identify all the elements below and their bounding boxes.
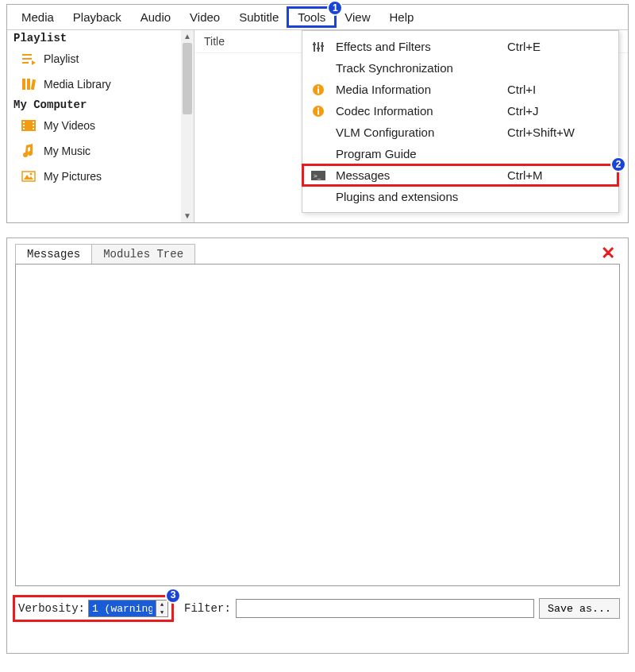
media-library-icon (21, 77, 36, 91)
blank-icon (310, 126, 326, 139)
menu-subtitle[interactable]: Subtitle (229, 8, 288, 26)
sidebar-item-label: My Videos (44, 119, 95, 132)
sliders-icon (310, 41, 326, 53)
close-icon[interactable]: ✕ (596, 243, 620, 264)
svg-rect-2 (22, 62, 29, 64)
dialog-bottom-row: Verbosity: ▲ ▼ 3 Filter: Save as... (15, 597, 620, 620)
verbosity-spinbox[interactable]: ▲ ▼ (88, 600, 168, 617)
tabs-row: Messages Modules Tree ✕ (15, 243, 620, 264)
svg-rect-0 (22, 54, 32, 56)
menu-playback[interactable]: Playback (64, 8, 131, 26)
dd-label: Media Information (336, 83, 498, 96)
dd-effects-filters[interactable]: Effects and Filters Ctrl+E (302, 36, 618, 57)
scroll-down-icon[interactable]: ▼ (181, 210, 194, 222)
dd-shortcut: Ctrl+J (507, 104, 610, 118)
info-icon (310, 83, 326, 96)
music-icon (21, 144, 36, 158)
spin-up-icon[interactable]: ▲ (156, 601, 167, 608)
sidebar-item-playlist[interactable]: Playlist (7, 46, 194, 71)
sidebar: Playlist Playlist Media Library My Compu… (7, 30, 194, 222)
dd-label: Plugins and extensions (336, 190, 498, 203)
svg-rect-21 (317, 48, 320, 49)
menu-help[interactable]: Help (380, 8, 424, 26)
messages-text-area[interactable] (15, 264, 620, 586)
pictures-icon (21, 169, 36, 183)
sidebar-scrollbar[interactable]: ▲ ▼ (181, 30, 194, 222)
dd-media-info[interactable]: Media Information Ctrl+I (302, 79, 618, 100)
sidebar-header-mycomputer: My Computer (7, 97, 194, 113)
spin-down-icon[interactable]: ▼ (156, 608, 167, 616)
dd-shortcut: Ctrl+Shift+W (507, 126, 610, 139)
sidebar-header-playlist: Playlist (7, 30, 194, 46)
svg-point-16 (30, 173, 33, 176)
dd-vlm-config[interactable]: VLM Configuration Ctrl+Shift+W (302, 122, 618, 143)
svg-rect-17 (314, 42, 315, 52)
dd-plugins[interactable]: Plugins and extensions (302, 186, 618, 207)
sidebar-item-label: Playlist (44, 52, 79, 65)
playlist-icon (21, 52, 36, 66)
svg-rect-12 (33, 125, 34, 126)
terminal-icon: >_ (310, 169, 326, 182)
dd-program-guide[interactable]: Program Guide (302, 143, 618, 164)
dd-label: Codec Information (336, 104, 498, 118)
tools-dropdown: Effects and Filters Ctrl+E Track Synchro… (302, 30, 619, 213)
dd-shortcut: Ctrl+M (507, 168, 610, 182)
svg-marker-3 (32, 60, 36, 65)
svg-rect-24 (318, 88, 319, 93)
dd-track-sync[interactable]: Track Synchronization (302, 57, 618, 79)
dd-shortcut: Ctrl+E (507, 40, 610, 53)
menu-media[interactable]: Media (12, 8, 64, 26)
sidebar-item-media-library[interactable]: Media Library (7, 71, 194, 97)
blank-icon (310, 148, 326, 160)
svg-rect-20 (313, 44, 316, 45)
menu-audio[interactable]: Audio (131, 8, 180, 26)
sidebar-item-label: My Pictures (44, 170, 102, 183)
filter-label: Filter: (184, 602, 231, 615)
menu-video[interactable]: Video (180, 8, 229, 26)
save-as-button[interactable]: Save as... (539, 598, 620, 619)
dd-label: Track Synchronization (336, 61, 498, 75)
blank-icon (310, 191, 326, 203)
dd-messages[interactable]: >_ Messages Ctrl+M 2 (302, 164, 618, 186)
verbosity-group: Verbosity: ▲ ▼ 3 (15, 597, 171, 620)
svg-rect-22 (321, 45, 324, 47)
verbosity-input[interactable] (89, 601, 156, 616)
scroll-up-icon[interactable]: ▲ (181, 30, 194, 43)
tab-modules-tree[interactable]: Modules Tree (91, 244, 195, 264)
svg-rect-18 (318, 42, 319, 52)
messages-dialog: Messages Modules Tree ✕ Verbosity: ▲ ▼ 3… (6, 238, 629, 654)
svg-rect-5 (27, 79, 30, 90)
svg-rect-13 (33, 128, 34, 129)
dd-label: Program Guide (336, 147, 498, 160)
tab-messages[interactable]: Messages (15, 244, 92, 264)
menu-tools-label: Tools (298, 10, 325, 24)
verbosity-label: Verbosity: (18, 602, 85, 615)
scroll-thumb[interactable] (183, 43, 192, 114)
sidebar-item-myvideos[interactable]: My Videos (7, 113, 194, 138)
svg-rect-27 (318, 110, 319, 114)
sidebar-item-label: My Music (44, 145, 90, 157)
vlc-main-window: Media Playback Audio Video Subtitle Tool… (6, 4, 629, 223)
svg-rect-28 (318, 107, 319, 109)
sidebar-item-label: Media Library (44, 78, 111, 91)
workarea: Playlist Playlist Media Library My Compu… (7, 29, 628, 222)
sidebar-item-mymusic[interactable]: My Music (7, 138, 194, 164)
svg-rect-25 (318, 86, 319, 87)
svg-rect-6 (31, 79, 36, 90)
dd-label: VLM Configuration (336, 126, 498, 139)
svg-text:>_: >_ (314, 172, 321, 180)
blank-icon (310, 62, 326, 75)
svg-rect-4 (22, 79, 25, 90)
filter-input[interactable] (236, 599, 534, 618)
menu-tools[interactable]: Tools 1 (288, 8, 335, 26)
info-icon (310, 105, 326, 118)
svg-rect-1 (22, 58, 32, 60)
svg-marker-15 (24, 175, 33, 180)
svg-rect-11 (33, 122, 34, 123)
dd-label: Messages (336, 168, 498, 182)
videos-icon (21, 118, 36, 133)
dd-codec-info[interactable]: Codec Information Ctrl+J (302, 100, 618, 122)
svg-rect-10 (23, 128, 25, 129)
dd-label: Effects and Filters (336, 40, 498, 53)
sidebar-item-mypictures[interactable]: My Pictures (7, 164, 194, 189)
